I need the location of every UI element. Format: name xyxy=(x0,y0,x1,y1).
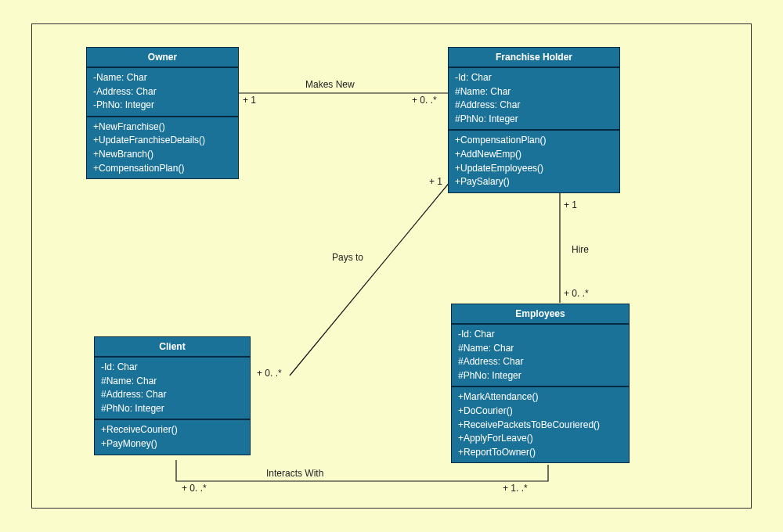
attr: #Name: Char xyxy=(101,375,244,389)
op: +ReceivePacketsToBeCouriered() xyxy=(458,419,622,433)
op: +ReportToOwner() xyxy=(458,446,622,460)
attr: #Address: Char xyxy=(458,355,622,369)
assoc-interacts-label: Interacts With xyxy=(266,468,323,479)
op: +DoCourier() xyxy=(458,404,622,419)
op: +UpdateFranchiseDetails() xyxy=(93,134,232,148)
class-owner[interactable]: Owner -Name: Char -Address: Char -PhNo: … xyxy=(86,47,239,179)
class-client-title: Client xyxy=(95,337,250,358)
attr: -Address: Char xyxy=(93,85,232,99)
attr: -Id: Char xyxy=(101,361,244,375)
assoc-makes-new-label: Makes New xyxy=(305,79,355,90)
assoc-pays-to-label: Pays to xyxy=(332,252,363,263)
class-employees-attrs: -Id: Char #Name: Char #Address: Char #Ph… xyxy=(452,325,629,387)
attr: #Address: Char xyxy=(101,388,244,402)
attr: #PhNo: Integer xyxy=(455,113,613,127)
attr: #PhNo: Integer xyxy=(101,402,244,416)
attr: -Id: Char xyxy=(455,71,613,85)
attr: -PhNo: Integer xyxy=(93,99,232,113)
assoc-hire-label: Hire xyxy=(572,244,589,255)
assoc-makes-new-m2: + 0. .* xyxy=(412,95,437,106)
class-client[interactable]: Client -Id: Char #Name: Char #Address: C… xyxy=(94,336,251,455)
assoc-interacts-m1: + 0. .* xyxy=(182,483,207,494)
op: +ReceiveCourier() xyxy=(101,423,244,437)
class-owner-attrs: -Name: Char -Address: Char -PhNo: Intege… xyxy=(87,68,238,117)
assoc-hire-m2: + 0. .* xyxy=(564,288,589,299)
attr: -Id: Char xyxy=(458,328,622,342)
class-franchise-attrs: -Id: Char #Name: Char #Address: Char #Ph… xyxy=(449,68,619,131)
class-franchise-title: Franchise Holder xyxy=(449,48,619,68)
assoc-pays-to-m1: + 1 xyxy=(429,176,442,187)
op: +NewFranchise() xyxy=(93,120,232,135)
class-client-ops: +ReceiveCourier() +PayMoney() xyxy=(95,420,250,454)
class-franchise-holder[interactable]: Franchise Holder -Id: Char #Name: Char #… xyxy=(448,47,620,193)
attr: #Address: Char xyxy=(455,99,613,113)
class-owner-title: Owner xyxy=(87,48,238,68)
op: +ApplyForLeave() xyxy=(458,432,622,446)
op: +MarkAttendance() xyxy=(458,390,622,404)
assoc-makes-new-m1: + 1 xyxy=(243,95,256,106)
class-employees-ops: +MarkAttendance() +DoCourier() +ReceiveP… xyxy=(452,387,629,462)
assoc-pays-to-m2: + 0. .* xyxy=(257,368,282,379)
assoc-interacts-m2: + 1. .* xyxy=(503,483,528,494)
class-franchise-ops: +CompensationPlan() +AddNewEmp() +Update… xyxy=(449,131,619,192)
assoc-hire-m1: + 1 xyxy=(564,200,577,210)
op: +PayMoney() xyxy=(101,437,244,451)
class-employees-title: Employees xyxy=(452,304,629,325)
class-employees[interactable]: Employees -Id: Char #Name: Char #Address… xyxy=(451,304,630,463)
op: +CompensationPlan() xyxy=(455,134,613,148)
op: +NewBranch() xyxy=(93,148,232,162)
op: +CompensationPlan() xyxy=(93,162,232,176)
attr: #PhNo: Integer xyxy=(458,369,622,383)
op: +AddNewEmp() xyxy=(455,148,613,162)
attr: #Name: Char xyxy=(455,85,613,99)
class-owner-ops: +NewFranchise() +UpdateFranchiseDetails(… xyxy=(87,117,238,178)
attr: -Name: Char xyxy=(93,71,232,85)
attr: #Name: Char xyxy=(458,342,622,356)
op: +PaySalary() xyxy=(455,175,613,189)
op: +UpdateEmployees() xyxy=(455,162,613,176)
class-client-attrs: -Id: Char #Name: Char #Address: Char #Ph… xyxy=(95,358,250,420)
